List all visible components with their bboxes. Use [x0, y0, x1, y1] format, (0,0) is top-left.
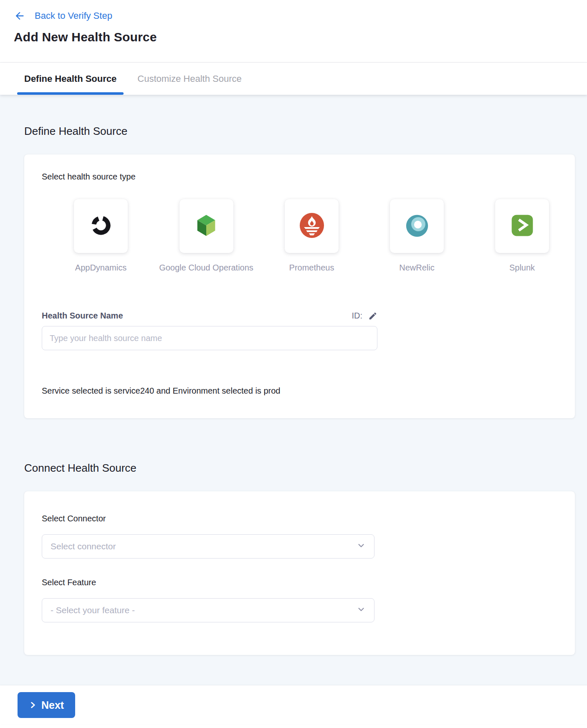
source-type-label: Splunk	[509, 263, 535, 273]
source-type-label: AppDynamics	[75, 263, 127, 273]
source-type-prometheus: Prometheus	[276, 199, 347, 273]
tab-bar: Define Health Source Customize Health So…	[0, 63, 587, 95]
health-source-name-field: Health Source Name ID:	[42, 311, 377, 350]
source-type-label: Prometheus	[289, 263, 334, 273]
back-arrow-icon[interactable]	[14, 10, 25, 22]
define-health-source-card: Select health source type AppDynamics	[24, 154, 575, 418]
footer-bar: Next	[0, 685, 587, 725]
splunk-card[interactable]	[495, 199, 549, 253]
selection-note: Service selected is service240 and Envir…	[42, 386, 557, 396]
tab-customize-health-source[interactable]: Customize Health Source	[137, 63, 241, 95]
source-type-splunk: Splunk	[487, 199, 557, 273]
google-cloud-operations-card[interactable]	[180, 199, 233, 253]
source-type-appdynamics: AppDynamics	[66, 199, 136, 273]
splunk-icon	[510, 213, 534, 239]
back-row: Back to Verify Step	[14, 10, 587, 22]
prometheus-icon	[299, 212, 325, 240]
chevron-down-icon	[357, 605, 366, 616]
feature-select[interactable]: - Select your feature -	[42, 598, 374, 622]
tab-label: Customize Health Source	[137, 73, 241, 84]
next-button[interactable]: Next	[18, 692, 75, 718]
source-type-row: AppDynamics Google Cloud Operations	[66, 199, 557, 273]
active-tab-underline	[17, 92, 124, 95]
chevron-down-icon	[357, 541, 366, 552]
google-cloud-operations-icon	[193, 212, 219, 240]
chevron-right-icon	[29, 701, 37, 709]
appdynamics-icon	[89, 213, 113, 239]
page-title: Add New Health Source	[14, 30, 587, 44]
source-type-label: NewRelic	[399, 263, 434, 273]
source-type-newrelic: NewRelic	[382, 199, 452, 273]
connector-select-placeholder: Select connector	[51, 541, 116, 551]
connect-health-source-card: Select Connector Select connector Select…	[24, 491, 575, 655]
next-button-label: Next	[41, 699, 64, 711]
newrelic-icon	[404, 212, 430, 240]
tab-define-health-source[interactable]: Define Health Source	[24, 63, 116, 95]
health-source-name-input[interactable]	[42, 326, 377, 350]
back-link[interactable]: Back to Verify Step	[35, 10, 112, 21]
feature-select-placeholder: - Select your feature -	[51, 605, 135, 615]
appdynamics-card[interactable]	[74, 199, 128, 253]
select-connector-label: Select Connector	[42, 514, 557, 523]
id-group: ID:	[352, 311, 377, 321]
connector-select[interactable]: Select connector	[42, 534, 374, 559]
source-type-label: Google Cloud Operations	[159, 263, 253, 273]
source-type-google-cloud-operations: Google Cloud Operations	[171, 199, 242, 273]
newrelic-card[interactable]	[390, 199, 444, 253]
select-source-type-label: Select health source type	[42, 172, 557, 182]
edit-id-icon[interactable]	[368, 311, 377, 321]
define-section-heading: Define Health Source	[24, 95, 575, 138]
prometheus-card[interactable]	[285, 199, 339, 253]
select-feature-label: Select Feature	[42, 578, 557, 587]
id-label: ID:	[352, 311, 362, 321]
connect-section-heading: Connect Health Source	[24, 462, 575, 475]
main-content: Define Health Source Select health sourc…	[0, 95, 587, 685]
health-source-name-label: Health Source Name	[42, 311, 123, 321]
tab-label: Define Health Source	[24, 73, 116, 84]
page-header: Back to Verify Step Add New Health Sourc…	[0, 0, 587, 63]
